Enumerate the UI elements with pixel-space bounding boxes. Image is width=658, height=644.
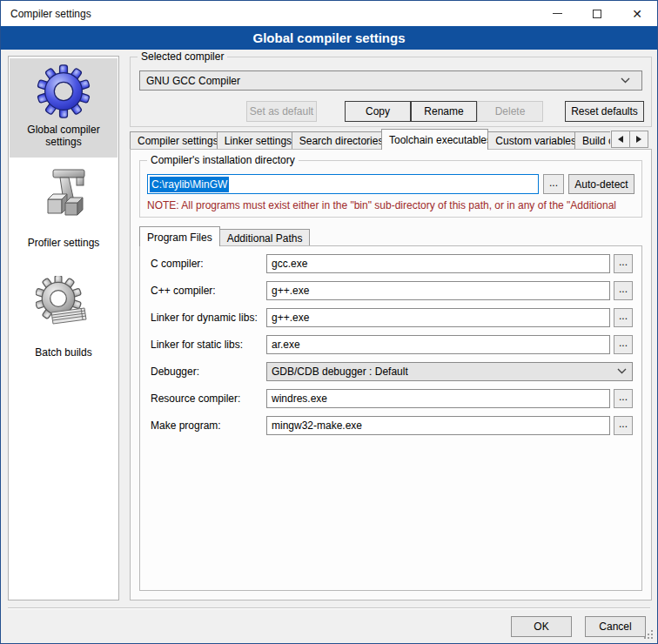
selected-compiler-group-label: Selected compiler: [138, 50, 227, 63]
tab-custom-variables[interactable]: Custom variables: [487, 131, 575, 150]
field-row-static-linker: Linker for static libs: ar.exe ...: [151, 334, 633, 354]
window-title: Compiler settings: [10, 8, 91, 20]
tab-linker-settings[interactable]: Linker settings: [217, 131, 292, 150]
ok-button[interactable]: OK: [511, 616, 572, 637]
tab-build-options[interactable]: Build options: [574, 131, 610, 150]
subtab-additional-paths[interactable]: Additional Paths: [219, 229, 311, 246]
tab-search-directories[interactable]: Search directories: [292, 131, 382, 150]
footer-divider: [8, 607, 650, 609]
page-header: Global compiler settings: [1, 26, 657, 50]
settings-tabstrip: Compiler settings Linker settings Search…: [130, 129, 610, 150]
sidebar-item-label: Batch builds: [10, 346, 118, 359]
page-title: Global compiler settings: [252, 30, 405, 45]
sidebar-item-label: Profiler settings: [10, 237, 118, 249]
auto-detect-button[interactable]: Auto-detect: [568, 174, 634, 194]
sidebar-item-profiler-settings[interactable]: Profiler settings: [10, 166, 118, 253]
install-dir-note: NOTE: All programs must exist either in …: [147, 199, 640, 211]
maximize-icon: [593, 10, 601, 18]
caption-buttons: ✕: [537, 1, 657, 26]
field-row-c-compiler: C compiler: gcc.exe ...: [151, 253, 633, 273]
field-label: Debugger:: [151, 366, 266, 378]
rename-button[interactable]: Rename: [411, 101, 477, 122]
tab-scroll-arrows: [612, 131, 648, 148]
subtab-program-files[interactable]: Program Files: [139, 226, 220, 246]
compiler-select-value: GNU GCC Compiler: [146, 75, 621, 87]
blue-gear-icon: [36, 64, 91, 119]
gear-stack-icon: [36, 276, 91, 332]
field-label: Resource compiler:: [151, 392, 266, 405]
make-program-input[interactable]: mingw32-make.exe: [266, 416, 610, 435]
tab-compiler-settings[interactable]: Compiler settings: [130, 131, 218, 150]
sidebar-item-global-compiler-settings[interactable]: Global compiler settings: [10, 58, 118, 158]
field-label: C compiler:: [151, 258, 266, 270]
copy-button[interactable]: Copy: [345, 101, 411, 122]
static-linker-input[interactable]: ar.exe: [266, 335, 610, 354]
field-row-resource-compiler: Resource compiler: windres.exe ...: [151, 388, 633, 408]
installation-directory-group: Compiler's installation directory C:\ray…: [139, 160, 642, 218]
chevron-down-icon: [621, 77, 630, 84]
delete-button: Delete: [477, 101, 543, 122]
caliper-icon: [36, 166, 91, 222]
selected-compiler-group: Selected compiler GNU GCC Compiler Set a…: [130, 57, 652, 127]
field-row-make-program: Make program: mingw32-make.exe ...: [151, 415, 633, 435]
field-row-dynamic-linker: Linker for dynamic libs: g++.exe ...: [151, 307, 633, 327]
field-label: Linker for static libs:: [151, 339, 266, 351]
chevron-down-icon: [617, 368, 627, 374]
installation-directory-group-label: Compiler's installation directory: [147, 154, 299, 166]
install-dir-browse-button[interactable]: ...: [543, 174, 564, 194]
tab-toolchain-executables[interactable]: Toolchain executables: [381, 129, 488, 150]
triangle-left-icon: [618, 136, 623, 143]
sidebar-item-batch-builds[interactable]: Batch builds: [10, 276, 118, 363]
debugger-select-value: GDB/CDB debugger : Default: [272, 366, 617, 378]
minimize-button[interactable]: [537, 1, 577, 26]
cpp-compiler-browse-button[interactable]: ...: [614, 281, 633, 300]
resource-compiler-input[interactable]: windres.exe: [266, 389, 610, 408]
close-icon: ✕: [632, 8, 642, 20]
field-label: C++ compiler:: [151, 285, 266, 297]
minimize-icon: [553, 13, 562, 14]
maximize-button[interactable]: [577, 1, 617, 26]
tab-scroll-right-button[interactable]: [629, 131, 648, 148]
tab-scroll-left-button[interactable]: [611, 131, 630, 148]
toolchain-executables-page: Compiler's installation directory C:\ray…: [130, 149, 652, 600]
resource-compiler-browse-button[interactable]: ...: [614, 389, 633, 408]
compiler-select[interactable]: GNU GCC Compiler: [139, 70, 642, 91]
reset-defaults-button[interactable]: Reset defaults: [565, 101, 644, 122]
sidebar-item-label: Global compiler settings: [10, 124, 118, 148]
program-files-page: C compiler: gcc.exe ... C++ compiler: g+…: [139, 245, 642, 591]
program-files-tabstrip: Program Files Additional Paths: [139, 226, 309, 246]
c-compiler-browse-button[interactable]: ...: [614, 254, 633, 273]
debugger-select[interactable]: GDB/CDB debugger : Default: [266, 362, 633, 381]
resize-grip[interactable]: [644, 630, 655, 641]
cancel-button[interactable]: Cancel: [585, 616, 646, 637]
install-dir-selected-text: C:\raylib\MinGW: [150, 177, 229, 192]
c-compiler-input[interactable]: gcc.exe: [266, 254, 610, 273]
field-label: Make program:: [151, 419, 266, 432]
static-linker-browse-button[interactable]: ...: [614, 335, 633, 354]
close-button[interactable]: ✕: [617, 1, 657, 26]
triangle-right-icon: [636, 136, 641, 143]
make-program-browse-button[interactable]: ...: [614, 416, 633, 435]
dynamic-linker-input[interactable]: g++.exe: [266, 308, 610, 327]
dynamic-linker-browse-button[interactable]: ...: [614, 308, 633, 327]
install-dir-input[interactable]: C:\raylib\MinGW: [147, 174, 539, 194]
titlebar: Compiler settings ✕: [1, 1, 657, 26]
settings-category-list: Global compiler settings Profiler s: [8, 56, 119, 600]
set-as-default-button: Set as default: [246, 101, 317, 122]
cpp-compiler-input[interactable]: g++.exe: [266, 281, 610, 300]
field-row-cpp-compiler: C++ compiler: g++.exe ...: [151, 280, 633, 300]
field-row-debugger: Debugger: GDB/CDB debugger : Default: [151, 361, 633, 381]
field-label: Linker for dynamic libs:: [151, 312, 266, 324]
compiler-settings-dialog: Compiler settings ✕ Global compiler sett…: [0, 0, 658, 644]
